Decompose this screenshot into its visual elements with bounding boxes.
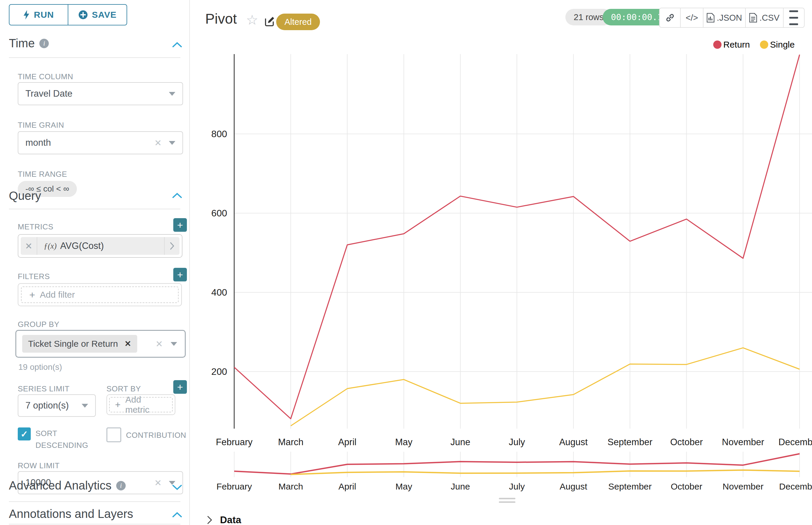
y-tick-label: 800 [211,129,227,139]
range-selector-handle[interactable] [499,501,515,503]
x-tick-label: December [779,437,812,447]
y-tick-label: 400 [211,287,227,298]
mini-x-tick-label: February [217,482,252,491]
explore-page: RUN SAVE Time i TIME COLUMN Travel Date [0,0,812,525]
mini-x-tick-label: September [608,482,652,491]
mini-x-tick-label: March [279,482,303,491]
data-panel-toggle[interactable]: Data [207,514,241,525]
mini-x-tick-label: June [451,482,470,491]
y-tick-label: 600 [211,208,227,219]
series-line-single [291,348,800,426]
x-tick-label: July [508,437,525,447]
x-tick-label: May [395,437,413,447]
x-tick-label: September [608,437,653,447]
chevron-right-icon [207,515,212,524]
range-selector-handle[interactable] [499,498,515,499]
x-tick-label: August [559,437,588,447]
x-tick-label: October [670,437,703,447]
x-tick-label: November [722,437,764,447]
mini-series-line-single [291,470,800,475]
mini-x-tick-label: October [671,482,702,491]
x-tick-label: February [216,437,253,447]
mini-x-tick-label: April [338,482,356,491]
y-tick-label: 200 [211,366,227,377]
mini-x-tick-label: August [560,482,587,491]
mini-x-tick-label: May [395,482,412,491]
data-panel-label: Data [220,514,241,525]
line-chart[interactable]: 200400600800FebruaryFebruaryMarchMarchAp… [0,0,812,525]
mini-x-tick-label: July [509,482,525,491]
x-tick-label: June [451,437,470,447]
x-tick-label: March [278,437,304,447]
mini-x-tick-label: December [779,482,812,491]
x-tick-label: April [338,437,356,447]
mini-x-tick-label: November [723,482,764,491]
